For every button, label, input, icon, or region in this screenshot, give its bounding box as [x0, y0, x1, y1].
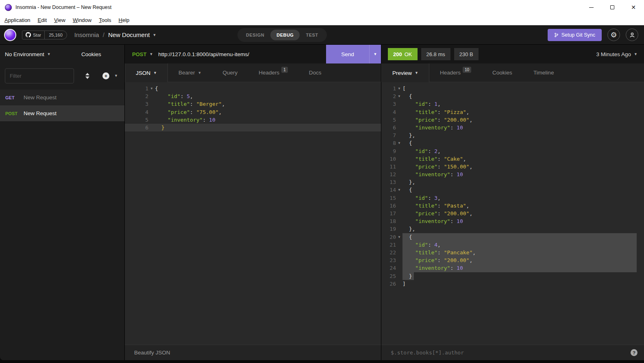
code-text: "id": 5,	[155, 92, 381, 100]
response-history-selector[interactable]: 3 Minutes Ago ▼	[596, 51, 637, 57]
code-line: 25 }	[381, 272, 644, 280]
tab-test[interactable]: TEST	[300, 30, 324, 40]
tab-body-json[interactable]: JSON ▼	[125, 63, 168, 82]
fold-gutter	[396, 210, 402, 217]
mode-switcher: DESIGN DEBUG TEST	[237, 28, 327, 42]
settings-button[interactable]: ⚙	[607, 28, 620, 41]
code-text: "title": "Cake",	[402, 155, 644, 163]
request-method-badge: POST	[0, 111, 21, 116]
fold-gutter	[396, 264, 402, 272]
line-number: 6	[125, 124, 148, 131]
method-selector[interactable]: POST ▼	[132, 51, 153, 57]
fold-gutter	[396, 280, 402, 288]
code-text: "price": "75.00",	[155, 108, 381, 116]
code-line: 1▼[	[381, 85, 644, 92]
fold-caret-icon[interactable]: ▼	[396, 139, 402, 147]
tab-response-cookies[interactable]: Cookies	[482, 63, 523, 82]
response-time-badge: 26.8 ms	[421, 48, 450, 60]
tab-query[interactable]: Query	[212, 63, 248, 82]
tab-preview[interactable]: Preview ▼	[381, 63, 429, 82]
sidebar: No Environment ▼ Cookies + ▼ GET New Req…	[0, 45, 125, 360]
sort-down-icon	[85, 77, 89, 79]
fold-gutter	[396, 217, 402, 225]
sort-icon[interactable]	[85, 73, 89, 79]
star-label: Star	[33, 33, 41, 37]
add-request-button[interactable]: + ▼	[102, 72, 118, 79]
tab-design[interactable]: DESIGN	[240, 30, 270, 40]
code-text: "id": 2,	[402, 147, 644, 155]
environment-label: No Environment	[5, 51, 44, 57]
code-text: "price": "200.00",	[402, 116, 644, 124]
line-number: 11	[381, 163, 396, 171]
minimize-button[interactable]	[581, 0, 602, 15]
menu-edit[interactable]: Edit	[34, 17, 50, 23]
tab-auth-bearer[interactable]: Bearer ▼	[168, 63, 212, 82]
send-button[interactable]: Send	[326, 45, 369, 63]
tab-response-headers[interactable]: Headers 10	[429, 63, 482, 82]
fold-caret-icon[interactable]: ▼	[396, 233, 402, 241]
line-number: 25	[381, 272, 396, 280]
breadcrumb: Insomnia / New Document ▼	[74, 31, 157, 38]
line-number: 5	[125, 116, 148, 124]
code-text: }	[155, 124, 381, 131]
response-filter-input[interactable]	[391, 350, 627, 356]
line-number: 7	[381, 131, 396, 139]
breadcrumb-document-selector[interactable]: New Document	[108, 31, 150, 38]
menu-application[interactable]: Application	[1, 17, 34, 23]
tab-debug[interactable]: DEBUG	[270, 30, 300, 40]
code-line: 22 "title": "Pancake",	[381, 249, 644, 256]
request-panel: POST ▼ http://127.0.0.1:8000/api/menu-it…	[125, 45, 381, 360]
menu-view[interactable]: View	[50, 17, 69, 23]
fold-caret-icon[interactable]: ▼	[396, 85, 402, 92]
fold-gutter	[396, 116, 402, 124]
git-sync-label: Setup Git Sync	[561, 32, 595, 38]
insomnia-home-button[interactable]	[4, 29, 16, 41]
headers-count-badge: 1	[281, 67, 288, 73]
fold-gutter	[396, 108, 402, 116]
code-line: 15 "id": 3,	[381, 194, 644, 202]
maximize-button[interactable]	[602, 0, 623, 15]
line-number: 12	[381, 171, 396, 178]
status-text: OK	[405, 51, 412, 57]
request-body-editor[interactable]: 1▼{2 "id": 5,3 "title": "Berger",4 "pric…	[125, 82, 381, 345]
tab-request-headers[interactable]: Headers 1	[248, 63, 298, 82]
github-star-widget[interactable]: Star 25,160	[22, 31, 67, 39]
menu-help[interactable]: Help	[115, 17, 133, 23]
account-button[interactable]	[626, 28, 638, 41]
code-text: {	[402, 186, 644, 194]
request-item-post[interactable]: POST New Request	[0, 105, 124, 121]
code-line: 11 "price": "150.00",	[381, 163, 644, 171]
beautify-json-button[interactable]: Beautify JSON	[134, 350, 170, 356]
response-panel: 200 OK 26.8 ms 230 B 3 Minutes Ago ▼ Pre…	[381, 45, 644, 360]
request-item-get[interactable]: GET New Request	[0, 90, 124, 105]
fold-caret-icon[interactable]: ▼	[396, 186, 402, 194]
menu-tools[interactable]: Tools	[95, 17, 115, 23]
code-line: 16 "title": "Pasta",	[381, 202, 644, 210]
environment-row: No Environment ▼ Cookies	[0, 45, 124, 63]
setup-git-sync-button[interactable]: Setup Git Sync	[548, 29, 602, 41]
code-line: 6 }	[125, 124, 381, 131]
tab-docs[interactable]: Docs	[298, 63, 332, 82]
tab-label: Docs	[309, 70, 322, 76]
tab-timeline[interactable]: Timeline	[523, 63, 565, 82]
environment-selector[interactable]: No Environment ▼	[5, 51, 51, 57]
line-number: 3	[381, 100, 396, 108]
send-options-button[interactable]: ▼	[369, 45, 381, 63]
response-body-viewer[interactable]: 1▼[2▼ {3 "id": 1,4 "title": "Pizza",5 "p…	[381, 82, 644, 345]
close-button[interactable]: ✕	[623, 0, 644, 15]
tab-label: Bearer	[178, 70, 195, 76]
url-input[interactable]: http://127.0.0.1:8000/api/menu-items/	[158, 51, 249, 57]
fold-caret-icon[interactable]: ▼	[396, 92, 402, 100]
gear-icon: ⚙	[610, 31, 617, 39]
sidebar-filter-row: + ▼	[0, 63, 124, 88]
sidebar-filter-input[interactable]	[5, 68, 74, 83]
menu-window[interactable]: Window	[69, 17, 95, 23]
help-icon[interactable]: ?	[631, 349, 637, 356]
github-star-button[interactable]: Star	[22, 31, 45, 39]
code-line: 10 "title": "Cake",	[381, 155, 644, 163]
fold-caret-icon[interactable]: ▼	[148, 85, 155, 92]
code-text: "id": 1,	[402, 100, 644, 108]
toolbar-right: Setup Git Sync ⚙	[548, 28, 638, 41]
cookies-button[interactable]: Cookies	[81, 51, 101, 57]
chevron-down-icon: ▼	[634, 52, 637, 56]
